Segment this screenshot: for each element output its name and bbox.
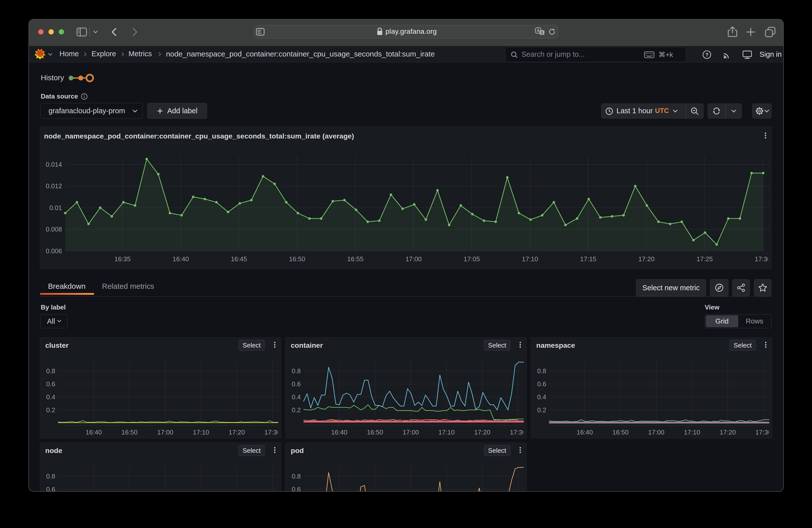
svg-text:17:20: 17:20: [229, 428, 245, 436]
svg-text:0.6: 0.6: [537, 380, 546, 388]
svg-text:17:00: 17:00: [157, 428, 173, 436]
svg-text:16:40: 16:40: [331, 428, 347, 436]
svg-text:16:50: 16:50: [367, 428, 383, 436]
svg-text:17:30: 17:30: [510, 428, 526, 436]
svg-text:0.014: 0.014: [46, 161, 62, 168]
svg-text:0.8: 0.8: [292, 472, 301, 480]
svg-text:0.2: 0.2: [537, 406, 546, 414]
svg-text:16:45: 16:45: [231, 255, 247, 263]
svg-text:0.8: 0.8: [292, 367, 301, 375]
svg-text:17:10: 17:10: [684, 428, 700, 436]
svg-text:16:50: 16:50: [289, 255, 305, 263]
svg-text:16:50: 16:50: [121, 428, 137, 436]
svg-text:文: 文: [540, 31, 544, 34]
svg-text:17:30: 17:30: [264, 428, 280, 436]
svg-text:0.4: 0.4: [537, 393, 546, 401]
svg-text:16:50: 16:50: [612, 428, 628, 436]
svg-text:0.6: 0.6: [292, 485, 301, 492]
svg-text:?: ?: [705, 52, 709, 58]
svg-text:A: A: [537, 29, 540, 33]
svg-text:17:20: 17:20: [638, 255, 654, 263]
svg-text:0.006: 0.006: [46, 247, 62, 255]
svg-text:17:00: 17:00: [406, 255, 422, 263]
svg-text:0.4: 0.4: [46, 393, 55, 401]
svg-text:16:40: 16:40: [577, 428, 593, 436]
svg-text:17:20: 17:20: [474, 428, 490, 436]
svg-text:0.2: 0.2: [46, 406, 55, 414]
svg-text:17:30: 17:30: [755, 428, 771, 436]
svg-text:0.6: 0.6: [46, 380, 55, 388]
svg-text:0.6: 0.6: [46, 485, 55, 492]
svg-text:0.8: 0.8: [46, 472, 55, 480]
svg-text:0.01: 0.01: [49, 204, 62, 211]
svg-text:17:20: 17:20: [720, 428, 736, 436]
svg-text:16:40: 16:40: [86, 428, 102, 436]
svg-text:17:10: 17:10: [438, 428, 454, 436]
svg-text:0.8: 0.8: [537, 367, 546, 375]
svg-text:17:05: 17:05: [464, 255, 480, 263]
svg-text:0.2: 0.2: [292, 406, 301, 414]
svg-text:16:55: 16:55: [347, 255, 363, 263]
svg-text:0.012: 0.012: [46, 182, 62, 190]
svg-text:17:00: 17:00: [648, 428, 664, 436]
svg-text:0.6: 0.6: [292, 380, 301, 388]
svg-text:17:25: 17:25: [696, 255, 713, 263]
svg-text:0.8: 0.8: [46, 367, 55, 375]
svg-text:16:40: 16:40: [173, 255, 189, 263]
svg-text:17:10: 17:10: [522, 255, 538, 263]
svg-text:17:15: 17:15: [580, 255, 596, 263]
svg-text:17:30: 17:30: [755, 255, 771, 263]
svg-text:17:10: 17:10: [193, 428, 209, 436]
svg-text:0.4: 0.4: [292, 393, 301, 401]
svg-text:16:35: 16:35: [114, 255, 130, 263]
svg-text:0.008: 0.008: [46, 225, 62, 233]
svg-text:17:00: 17:00: [403, 428, 419, 436]
